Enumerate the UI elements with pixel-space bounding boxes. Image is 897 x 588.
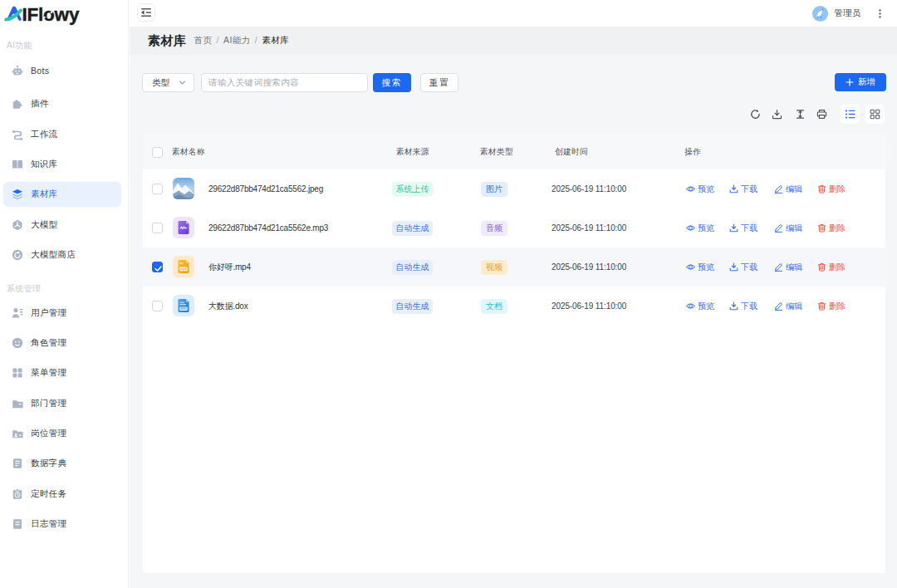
svg-text:IFlowy: IFlowy [22,4,79,25]
svg-text:mp4: mp4 [180,267,186,271]
svg-text:DOC: DOC [180,307,187,311]
